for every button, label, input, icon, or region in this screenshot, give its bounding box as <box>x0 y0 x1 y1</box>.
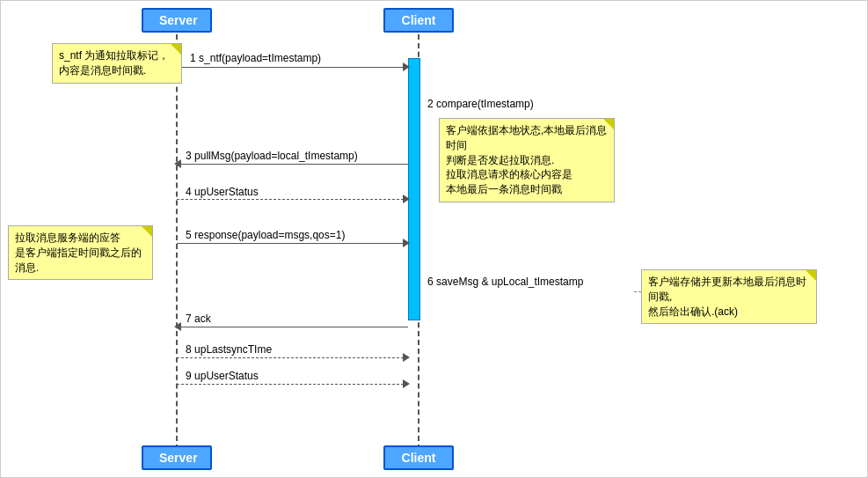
arrow-9-line <box>177 384 408 385</box>
arrow-8-label: 8 upLastsyncTIme <box>186 343 272 356</box>
note-sntf: s_ntf 为通知拉取标记， 内容是消息时间戳. <box>52 43 182 84</box>
arrow-7-head <box>174 322 181 331</box>
arrow-3-line <box>177 164 408 165</box>
arrow-7-label: 7 ack <box>186 313 211 325</box>
arrow-8-head <box>403 353 410 362</box>
note-compare: 客户端依据本地状态,本地最后消息时间 判断是否发起拉取消息. 拉取消息请求的核心… <box>439 118 615 202</box>
note-response: 拉取消息服务端的应答 是客户端指定时间戳之后的消息. <box>8 225 153 280</box>
note4-connector <box>634 291 641 292</box>
sequence-diagram: Server Client Server Client 1 s_ntf(payl… <box>0 0 868 478</box>
arrow-8-line <box>177 357 408 358</box>
arrow-4-head <box>403 195 410 203</box>
arrow-1-head <box>403 63 410 71</box>
arrow-4-label: 4 upUserStatus <box>186 186 259 198</box>
client-bottom-box: Client <box>383 445 454 470</box>
note-savemsg: 客户端存储并更新本地最后消息时间戳, 然后给出确认.(ack) <box>641 269 817 324</box>
server-top-box: Server <box>142 8 212 33</box>
arrow-1-line <box>177 67 408 68</box>
client-active-bar <box>408 58 420 320</box>
arrow-9-head <box>403 379 410 388</box>
arrow-1-label: 1 s_ntf(payload=tImestamp) <box>190 52 321 64</box>
arrow-7-line <box>177 327 408 327</box>
arrow-6-label: 6 saveMsg & upLocal_tImestamp <box>427 276 583 288</box>
arrow-5-head <box>403 239 410 247</box>
arrow-5-line <box>177 243 408 244</box>
arrow-5-label: 5 response(payload=msgs,qos=1) <box>186 229 345 241</box>
arrow-2-label: 2 compare(tImestamp) <box>427 98 534 110</box>
arrow-3-head <box>174 159 181 168</box>
arrow-3-label: 3 pullMsg(payload=local_tImestamp) <box>186 150 358 162</box>
arrow-9-label: 9 upUserStatus <box>186 370 259 382</box>
server-bottom-box: Server <box>142 445 212 470</box>
server-lifeline <box>176 34 178 450</box>
arrow-4-line <box>177 199 408 200</box>
client-top-box: Client <box>383 8 454 33</box>
